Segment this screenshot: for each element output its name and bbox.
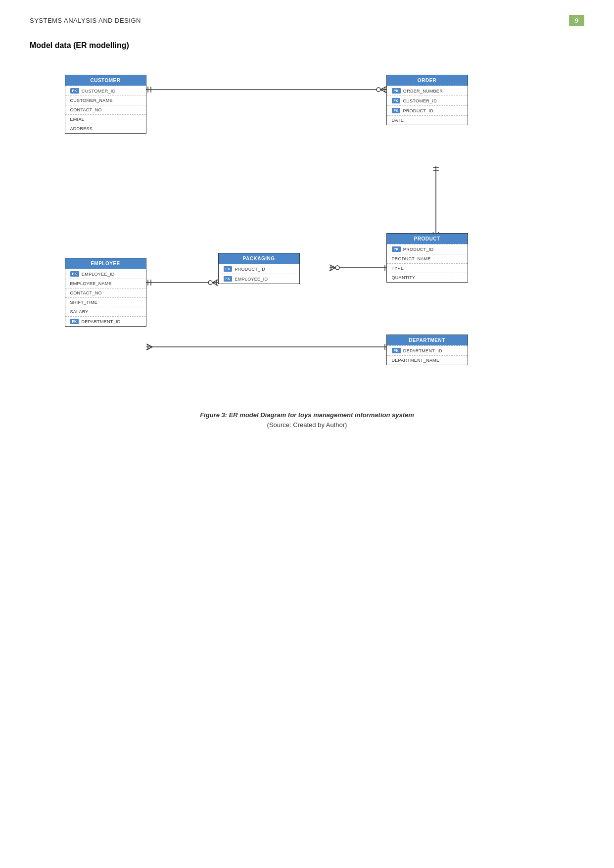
customer-header: CUSTOMER: [65, 75, 146, 86]
pk-badge: PK: [392, 246, 401, 252]
department-header: DEPARTMENT: [387, 335, 468, 345]
packaging-header: PACKAGING: [219, 253, 299, 264]
order-header: ORDER: [387, 75, 468, 86]
product-header: PRODUCT: [387, 234, 468, 244]
fk-badge: FK: [224, 276, 233, 282]
order-field-4: DATE: [387, 115, 468, 125]
figure-caption-source: (Source: Created by Author): [30, 421, 584, 429]
figure-caption: Figure 3: ER model Diagram for toys mana…: [30, 411, 584, 429]
product-field-2: PRODUCT_NAME: [387, 254, 468, 263]
fk-badge: FK: [392, 108, 401, 113]
department-field-2: DEPARTMENT_NAME: [387, 355, 468, 365]
order-field-1: PK ORDER_NUMBER: [387, 86, 468, 96]
svg-point-19: [335, 266, 339, 270]
entity-order: ORDER PK ORDER_NUMBER FK CUSTOMER_ID FK …: [386, 75, 468, 125]
employee-field-6: FK DEPARTMENT_ID: [65, 316, 146, 326]
entity-department: DEPARTMENT PK DEPARTMENT_ID DEPARTMENT_N…: [386, 335, 468, 365]
svg-line-31: [146, 344, 152, 347]
svg-line-25: [212, 283, 218, 286]
packaging-field-1: FK PRODUCT_ID: [219, 264, 299, 274]
employee-field-2: EMPLOYEE_NAME: [65, 279, 146, 288]
svg-line-17: [330, 265, 335, 268]
svg-line-24: [212, 280, 218, 283]
packaging-field-2: FK EMPLOYEE_ID: [219, 274, 299, 284]
employee-field-4: SHIFT_TIME: [65, 297, 146, 307]
page-number: 9: [569, 15, 584, 26]
fk-badge: FK: [224, 266, 233, 272]
customer-field-1: PK CUSTOMER_ID: [65, 86, 146, 96]
entity-employee: EMPLOYEE PK EMPLOYEE_ID EMPLOYEE_NAME CO…: [65, 258, 146, 327]
employee-field-1: PK EMPLOYEE_ID: [65, 269, 146, 279]
fk-badge: FK: [392, 98, 401, 103]
pk-badge: PK: [392, 348, 401, 353]
er-diagram: CUSTOMER PK CUSTOMER_ID CUSTOMER_NAME CO…: [35, 65, 579, 401]
order-field-2: FK CUSTOMER_ID: [387, 96, 468, 105]
department-field-1: PK DEPARTMENT_ID: [387, 345, 468, 355]
pk-badge: PK: [392, 88, 401, 94]
pk-badge: PK: [70, 271, 79, 277]
svg-line-32: [146, 347, 152, 350]
pk-badge: PK: [70, 88, 79, 94]
svg-line-5: [380, 90, 386, 93]
customer-field-4: EMIAL: [65, 114, 146, 124]
product-field-4: QUANTITY: [387, 273, 468, 282]
svg-line-18: [330, 268, 335, 271]
section-title: Model data (ER modelling): [30, 41, 584, 50]
entity-product: PRODUCT PK PRODUCT_ID PRODUCT_NAME TYPE …: [386, 233, 468, 283]
employee-field-3: CONTACT_NO: [65, 288, 146, 297]
page-title: SYSTEMS ANALYSIS AND DESIGN: [30, 17, 141, 24]
product-field-1: PK PRODUCT_ID: [387, 244, 468, 254]
fk-badge: FK: [70, 319, 79, 324]
svg-point-6: [377, 88, 380, 92]
customer-field-3: CONTACT_NO: [65, 105, 146, 114]
customer-field-2: CUSTOMER_NAME: [65, 96, 146, 105]
order-field-3: FK PRODUCT_ID: [387, 105, 468, 115]
product-field-3: TYPE: [387, 263, 468, 273]
svg-point-26: [208, 281, 212, 285]
entity-customer: CUSTOMER PK CUSTOMER_ID CUSTOMER_NAME CO…: [65, 75, 146, 134]
figure-caption-main: Figure 3: ER model Diagram for toys mana…: [30, 411, 584, 419]
svg-line-4: [380, 87, 386, 90]
customer-field-5: ADDRESS: [65, 124, 146, 133]
page-header: SYSTEMS ANALYSIS AND DESIGN 9: [30, 15, 584, 26]
entity-packaging: PACKAGING FK PRODUCT_ID FK EMPLOYEE_ID: [218, 253, 300, 284]
employee-field-5: SALARY: [65, 307, 146, 316]
employee-header: EMPLOYEE: [65, 258, 146, 269]
